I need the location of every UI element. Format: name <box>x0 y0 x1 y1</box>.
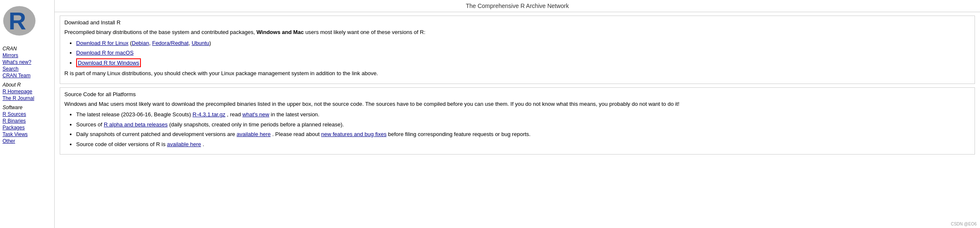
sidebar-item-whats-new[interactable]: What's new? <box>3 59 52 65</box>
sidebar-item-r-journal[interactable]: The R Journal <box>3 95 52 101</box>
section2-intro: Windows and Mac users most likely want t… <box>64 100 970 108</box>
sidebar-item-mirrors[interactable]: Mirrors <box>3 52 52 58</box>
main-content: The Comprehensive R Archive Network Down… <box>55 0 980 228</box>
available-here-link-1[interactable]: available here <box>237 131 271 137</box>
available-here-link-2[interactable]: available here <box>167 141 201 147</box>
latest-release-text-mid: , read <box>227 111 242 118</box>
content-area: Download and Install R Precompiled binar… <box>55 12 980 161</box>
list-item-macos: Download R for macOS <box>76 49 970 57</box>
whats-new-link[interactable]: what's new <box>242 111 269 118</box>
latest-release-text-before: The latest release (2023-06-16, Beagle S… <box>76 111 193 118</box>
sidebar-item-cran-team[interactable]: CRAN Team <box>3 73 52 79</box>
source-code-section: Source Code for all Platforms Windows an… <box>60 87 975 155</box>
new-features-link[interactable]: new features and bug fixes <box>321 131 387 137</box>
daily-text-mid: . Please read about <box>272 131 321 137</box>
section1-intro-bold: Windows and Mac <box>257 29 304 35</box>
download-macos-link[interactable]: Download R for macOS <box>76 50 134 56</box>
download-windows-link[interactable]: Download R for Windows <box>78 60 139 66</box>
r-tar-gz-link[interactable]: R-4.3.1.tar.gz <box>193 111 225 118</box>
windows-link-highlight: Download R for Windows <box>76 58 141 67</box>
sidebar-item-search[interactable]: Search <box>3 66 52 72</box>
debian-link[interactable]: Debian <box>132 40 149 46</box>
section1-intro-text: Precompiled binary distributions of the … <box>64 29 257 35</box>
footer-watermark: CSDN @EO6 <box>951 222 977 226</box>
software-section-label: Software <box>3 105 52 110</box>
daily-text-before: Daily snapshots of current patched and d… <box>76 131 237 137</box>
fedora-link[interactable]: Fedora/Redhat <box>152 40 189 46</box>
list-item-latest-release: The latest release (2023-06-16, Beagle S… <box>76 110 970 119</box>
daily-text-after: before filing corresponding feature requ… <box>388 131 531 137</box>
section1-title: Download and Install R <box>64 19 970 26</box>
latest-release-text-after: in the latest version. <box>271 111 320 118</box>
list-item-windows: Download R for Windows <box>76 59 970 67</box>
sidebar-item-r-homepage[interactable]: R Homepage <box>3 89 52 94</box>
svg-text:R: R <box>8 8 26 34</box>
sidebar-item-r-binaries[interactable]: R Binaries <box>3 118 52 124</box>
list-item-linux: Download R for Linux (Debian, Fedora/Red… <box>76 39 970 47</box>
r-logo: R <box>3 3 52 42</box>
ubuntu-link[interactable]: Ubuntu <box>192 40 209 46</box>
sidebar-item-task-views[interactable]: Task Views <box>3 131 52 137</box>
alpha-beta-text-after: (daily snapshots, created only in time p… <box>169 121 344 128</box>
about-r-section-label: About R <box>3 82 52 88</box>
download-linux-link[interactable]: Download R for Linux <box>76 40 128 46</box>
page-title: The Comprehensive R Archive Network <box>466 3 569 9</box>
list-item-alpha-beta: Sources of R alpha and beta releases (da… <box>76 121 970 129</box>
section1-note: R is part of many Linux distributions, y… <box>64 69 970 78</box>
source-items-list: The latest release (2023-06-16, Beagle S… <box>64 110 970 148</box>
list-item-older-versions: Source code of older versions of R is av… <box>76 140 970 149</box>
download-links-list: Download R for Linux (Debian, Fedora/Red… <box>64 39 970 67</box>
older-text-before: Source code of older versions of R is <box>76 141 167 147</box>
download-install-section: Download and Install R Precompiled binar… <box>60 16 975 84</box>
alpha-beta-link[interactable]: R alpha and beta releases <box>104 121 168 128</box>
section1-intro: Precompiled binary distributions of the … <box>64 28 970 37</box>
sidebar-item-r-sources[interactable]: R Sources <box>3 111 52 117</box>
sidebar: R CRAN Mirrors What's new? Search CRAN T… <box>0 0 55 228</box>
section1-intro-cont: users most likely want one of these vers… <box>304 29 425 35</box>
sidebar-item-packages[interactable]: Packages <box>3 125 52 131</box>
page-title-bar: The Comprehensive R Archive Network <box>55 0 980 12</box>
list-item-daily-snapshots: Daily snapshots of current patched and d… <box>76 130 970 139</box>
cran-section-label: CRAN <box>3 46 52 52</box>
sidebar-item-other[interactable]: Other <box>3 138 52 144</box>
section2-title: Source Code for all Platforms <box>64 91 970 97</box>
alpha-beta-text-before: Sources of <box>76 121 104 128</box>
older-text-after: . <box>203 141 204 147</box>
